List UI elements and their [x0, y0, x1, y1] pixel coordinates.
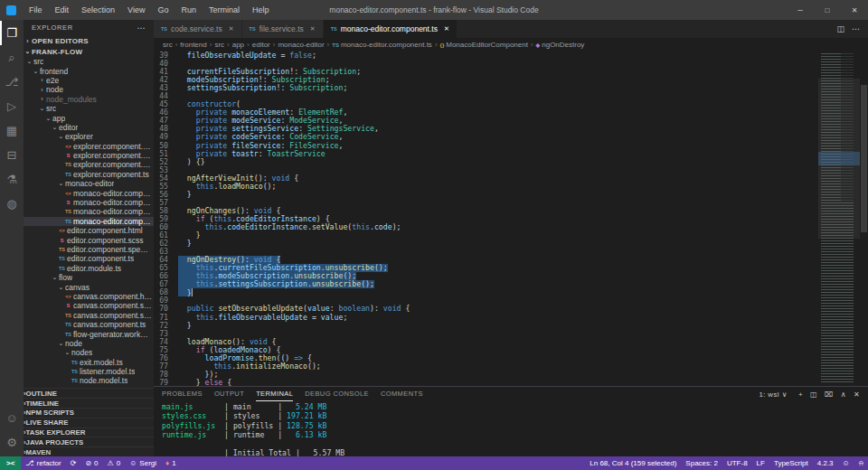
tree-file[interactable]: TScanvas.component.ts	[24, 320, 154, 329]
tree-folder[interactable]: ⌄frontend	[24, 66, 154, 75]
indentation[interactable]: Spaces: 2	[681, 456, 722, 470]
menu-terminal[interactable]: Terminal	[203, 0, 246, 20]
docker-icon[interactable]: ◍	[0, 192, 24, 216]
split-terminal-icon[interactable]: ◫	[810, 390, 817, 399]
new-terminal-icon[interactable]: +	[798, 390, 803, 399]
tree-folder[interactable]: ⌄editor	[24, 123, 154, 132]
typescript-version[interactable]: 4.2.3	[813, 456, 838, 470]
tree-file[interactable]: <>editor.component.html	[24, 226, 154, 235]
section-maven[interactable]: ›MAVEN	[24, 446, 154, 456]
tree-file[interactable]: TSeditor.component.ts	[24, 254, 154, 263]
language-mode[interactable]: TypeScript	[769, 456, 813, 470]
tree-folder[interactable]: ⌄src	[24, 104, 154, 113]
section-outline[interactable]: ›OUTLINE	[24, 388, 154, 398]
code-line[interactable]: 79 } else {	[154, 379, 818, 386]
eol-sequence[interactable]: LF	[752, 456, 769, 470]
panel-tab-problems[interactable]: PROBLEMS	[162, 387, 203, 401]
tree-file[interactable]: TSnode.model.ts	[24, 376, 154, 385]
menu-edit[interactable]: Edit	[49, 0, 76, 20]
tree-file[interactable]: TSeditor.module.ts	[24, 264, 154, 273]
tree-file[interactable]: Smonaco-editor.component.scss	[24, 198, 154, 207]
close-panel-icon[interactable]: ✕	[854, 390, 860, 399]
menu-selection[interactable]: Selection	[75, 0, 121, 20]
scrollbar-thumb[interactable]	[861, 85, 867, 232]
menu-help[interactable]: Help	[246, 0, 276, 20]
problems-errors[interactable]: ⊘0	[80, 456, 102, 470]
remote-indicator[interactable]: ><	[0, 456, 21, 470]
tree-file[interactable]: TSexplorer.component.spec.ts	[24, 160, 154, 169]
remote-explorer-icon[interactable]: ⊟	[0, 143, 24, 167]
section-live-share[interactable]: ›LIVE SHARE	[24, 418, 154, 428]
minimize-button[interactable]: ─	[787, 0, 814, 20]
terminal-select[interactable]: 1: wsl ∨	[760, 390, 791, 399]
menu-view[interactable]: View	[121, 0, 151, 20]
section-task-explorer[interactable]: ›TASK EXPLORER	[24, 428, 154, 437]
live-share-user[interactable]: ☺Sergi	[125, 456, 161, 470]
minimap[interactable]	[818, 52, 860, 386]
close-icon[interactable]: ✕	[229, 25, 234, 33]
panel-tab-debug-console[interactable]: DEBUG CONSOLE	[305, 387, 369, 401]
tree-folder[interactable]: ⌄explorer	[24, 132, 154, 141]
editor-tab[interactable]: TSmonaco-editor.component.ts✕	[324, 20, 458, 38]
close-icon[interactable]: ✕	[444, 25, 449, 33]
tree-file[interactable]: TSeditor.component.spec.ts	[24, 245, 154, 254]
breadcrumb-item[interactable]: ◈ngOnDestroy	[536, 41, 585, 49]
tree-folder[interactable]: ›e2e	[24, 76, 154, 85]
more-actions-icon[interactable]: ⋯	[852, 24, 860, 33]
tree-file[interactable]: Sexplorer.component.scss	[24, 151, 154, 160]
tree-folder[interactable]: ⌄canvas	[24, 282, 154, 291]
breadcrumb-item[interactable]: monaco-editor	[278, 41, 324, 49]
accounts-icon[interactable]: ☺	[0, 406, 24, 430]
breadcrumb-item[interactable]: src	[214, 41, 224, 49]
code-line[interactable]: 78 });	[154, 371, 818, 379]
menu-file[interactable]: File	[23, 0, 49, 20]
section-java-projects[interactable]: ›JAVA PROJECTS	[24, 437, 154, 446]
terminal-output[interactable]: main.js | main | 5.24 MBstyles.css | sty…	[154, 401, 868, 456]
tree-folder[interactable]: ⌄nodes	[24, 348, 154, 357]
tree-file[interactable]: TSmonaco-editor.component.ts	[24, 217, 154, 226]
code-line[interactable]: 62 }	[154, 240, 818, 248]
open-editors-section[interactable]: › OPEN EDITORS	[24, 35, 154, 46]
code-line[interactable]: 39 fileObservableUpdate = false;	[154, 52, 818, 60]
tree-file[interactable]: Scanvas.component.scss	[24, 301, 154, 310]
panel-tab-terminal[interactable]: TERMINAL	[256, 387, 293, 401]
feedback[interactable]: ☺	[838, 456, 854, 470]
breadcrumb-item[interactable]: src	[163, 41, 173, 49]
search-icon[interactable]: ⌕	[0, 45, 24, 70]
close-button[interactable]: ✕	[841, 0, 868, 20]
panel-tab-output[interactable]: OUTPUT	[214, 387, 244, 401]
tree-folder[interactable]: ⌄app	[24, 113, 154, 122]
testing-icon[interactable]: ⚗	[0, 167, 24, 192]
tree-file[interactable]: TSflow-generator.worker.ts	[24, 329, 154, 338]
explorer-icon[interactable]: ❐	[0, 21, 24, 45]
code-line[interactable]: 44	[154, 92, 818, 100]
kill-terminal-icon[interactable]: ⌧	[825, 390, 834, 399]
breadcrumb-item[interactable]: TSmonaco-editor.component.ts	[332, 41, 432, 49]
tree-file[interactable]: Seditor.component.scss	[24, 235, 154, 244]
source-control-icon[interactable]: ⎇	[0, 70, 24, 94]
code-line[interactable]: 68 }	[154, 288, 818, 296]
code-line[interactable]: 43 settingsSubscription!: Subscription;	[154, 84, 818, 92]
breadcrumb-item[interactable]: editor	[252, 41, 270, 49]
cursor-position[interactable]: Ln 68, Col 4 (159 selected)	[585, 456, 681, 470]
tree-folder[interactable]: ›node	[24, 85, 154, 94]
editor-scrollbar[interactable]	[860, 52, 868, 386]
code-line[interactable]: 71 this.fileObservableUpdate = value;	[154, 314, 818, 322]
extensions-icon[interactable]: ▦	[0, 118, 24, 143]
notification-count[interactable]: ♦1	[161, 456, 181, 470]
tree-file[interactable]: TSexit.model.ts	[24, 358, 154, 367]
breadcrumb-item[interactable]: app	[232, 41, 244, 49]
maximize-button[interactable]: □	[814, 0, 841, 20]
code-lines[interactable]: 39 fileObservableUpdate = false;4041 cur…	[154, 52, 818, 386]
split-editor-icon[interactable]: ◫	[836, 24, 844, 33]
git-sync[interactable]: ⟳	[66, 456, 81, 470]
tree-folder[interactable]: ⌄src	[24, 57, 154, 66]
code-line[interactable]: 77 this.initializeMonaco();	[154, 362, 818, 371]
code-line[interactable]: 67 this.settingsSubscription.unsubscribe…	[154, 280, 818, 288]
git-branch[interactable]: ⎇refactor	[21, 456, 65, 470]
editor-tab[interactable]: TSfile.service.ts✕	[242, 20, 324, 38]
minimap-slider[interactable]	[818, 79, 860, 240]
tree-file[interactable]: TScanvas.component.spec.ts	[24, 311, 154, 320]
code-line[interactable]: 61 }	[154, 231, 818, 240]
tree-folder[interactable]: ⌄flow	[24, 273, 154, 282]
